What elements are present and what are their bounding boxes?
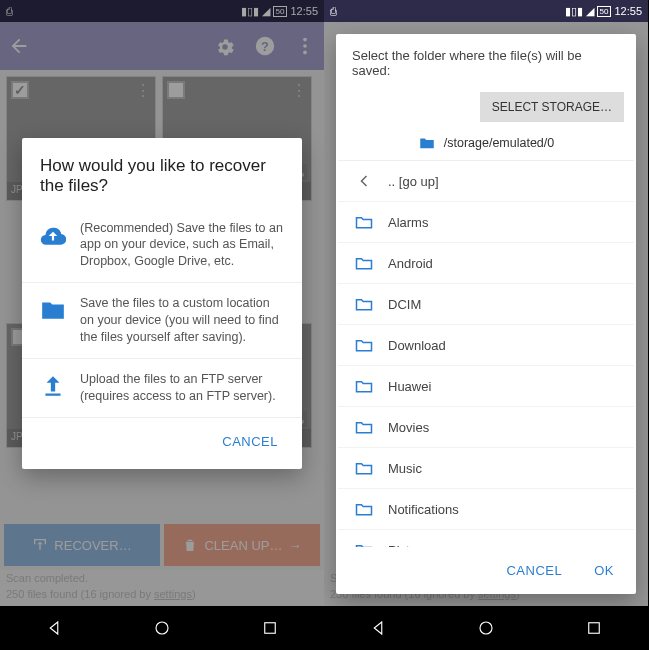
- folder-icon: [354, 212, 374, 232]
- folder-item[interactable]: Download: [338, 325, 634, 366]
- folder-item[interactable]: Movies: [338, 407, 634, 448]
- folder-icon: [40, 297, 66, 323]
- folder-icon: [354, 458, 374, 478]
- chevron-left-icon: [354, 171, 374, 191]
- folder-icon: [354, 253, 374, 273]
- ok-button[interactable]: OK: [582, 555, 626, 586]
- folder-icon: [354, 499, 374, 519]
- dialog-prompt: Select the folder where the file(s) will…: [336, 34, 636, 86]
- go-up-item[interactable]: .. [go up]: [338, 161, 634, 202]
- nav-home-icon[interactable]: [477, 619, 495, 637]
- svg-point-5: [156, 622, 168, 634]
- svg-rect-8: [589, 623, 600, 634]
- clock: 12:55: [614, 5, 642, 17]
- nav-recent-icon[interactable]: [585, 619, 603, 637]
- nav-back-icon[interactable]: [369, 619, 387, 637]
- folder-item[interactable]: DCIM: [338, 284, 634, 325]
- nav-home-icon[interactable]: [153, 619, 171, 637]
- statusbar-left-icon: ⎙: [330, 5, 337, 17]
- folder-item[interactable]: Pictures: [338, 530, 634, 547]
- phone-right: ⎙ ▮▯▮ ◢ 50 12:55 Scan completed. 250 fil…: [324, 0, 648, 650]
- folder-item[interactable]: Alarms: [338, 202, 634, 243]
- phone-left: ⎙ ▮▯▮ ◢ 50 12:55 ? ⋮JPG, 180.48 KB⋮JPG, …: [0, 0, 324, 650]
- folder-item[interactable]: Huawei: [338, 366, 634, 407]
- recover-dialog: How would you like to recover the files?…: [22, 138, 302, 469]
- modal-overlay: How would you like to recover the files?…: [0, 0, 324, 606]
- statusbar: ⎙ ▮▯▮ ◢ 50 12:55: [324, 0, 648, 22]
- navbar: [324, 606, 648, 650]
- nav-recent-icon[interactable]: [261, 619, 279, 637]
- wifi-icon: ◢: [586, 5, 594, 18]
- modal-overlay: Select the folder where the file(s) will…: [324, 22, 648, 606]
- folder-icon: [354, 417, 374, 437]
- option-custom[interactable]: Save the files to a custom location on y…: [22, 283, 302, 359]
- option-ftp[interactable]: Upload the files to an FTP server (requi…: [22, 359, 302, 418]
- folder-item[interactable]: Music: [338, 448, 634, 489]
- option-app[interactable]: (Recommended) Save the files to an app o…: [22, 208, 302, 284]
- cloud-upload-icon: [40, 222, 66, 248]
- folder-icon: [418, 134, 436, 152]
- folder-item[interactable]: Android: [338, 243, 634, 284]
- folder-list[interactable]: .. [go up] AlarmsAndroidDCIMDownloadHuaw…: [338, 160, 634, 547]
- svg-point-7: [480, 622, 492, 634]
- folder-icon: [354, 335, 374, 355]
- folder-dialog: Select the folder where the file(s) will…: [336, 34, 636, 594]
- navbar: [0, 606, 324, 650]
- vibrate-icon: ▮▯▮: [565, 5, 583, 18]
- select-storage-button[interactable]: SELECT STORAGE…: [480, 92, 624, 122]
- folder-item[interactable]: Notifications: [338, 489, 634, 530]
- current-path: /storage/emulated/0: [336, 122, 636, 160]
- cancel-button[interactable]: CANCEL: [210, 426, 290, 457]
- folder-icon: [354, 540, 374, 547]
- cancel-button[interactable]: CANCEL: [494, 555, 574, 586]
- dialog-title: How would you like to recover the files?: [22, 138, 302, 208]
- svg-rect-6: [265, 623, 276, 634]
- folder-icon: [354, 376, 374, 396]
- nav-back-icon[interactable]: [45, 619, 63, 637]
- upload-icon: [40, 373, 66, 399]
- battery-icon: 50: [597, 6, 612, 17]
- folder-icon: [354, 294, 374, 314]
